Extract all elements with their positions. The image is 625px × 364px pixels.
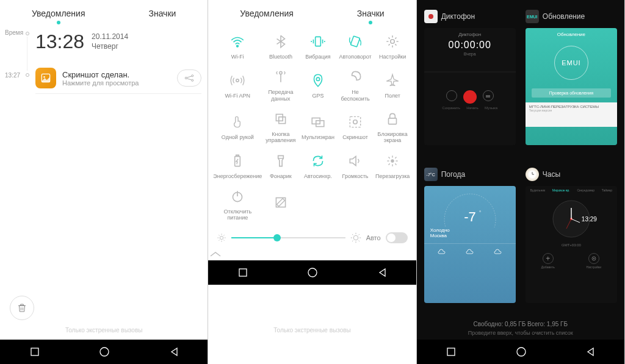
toggle-settings[interactable]: Настройки xyxy=(374,28,411,62)
toggle-flashlight[interactable]: Фонарик xyxy=(262,148,299,182)
nav-back[interactable] xyxy=(586,347,594,357)
recorder-thumbnail: Диктофон 00:00:00 Вчера СохранитьНачатьМ… xyxy=(424,28,516,145)
brightness-high-icon xyxy=(350,232,361,243)
toggle-label: Скриншот xyxy=(342,134,368,140)
brightness-low-icon xyxy=(217,233,226,243)
toggle-label: Мультиэкран xyxy=(302,134,334,140)
svg-point-62 xyxy=(308,268,317,277)
nav-recents[interactable] xyxy=(446,347,456,357)
toggle-screenshot[interactable]: Скриншот xyxy=(337,105,374,146)
toggle-lock[interactable]: Блокировкаэкрана xyxy=(374,105,411,146)
auto-brightness-label: Авто xyxy=(366,234,381,241)
app-name: Диктофон xyxy=(441,12,475,21)
tab-notifications[interactable]: Уведомления xyxy=(235,6,298,21)
toggle-airplane[interactable]: Полет xyxy=(374,63,411,104)
update-thumbnail: Обновление EMUI Проверка обновления МГТС… xyxy=(526,28,617,145)
svg-point-8 xyxy=(100,348,109,356)
nav-recents[interactable] xyxy=(238,268,248,277)
flashlight-icon xyxy=(270,150,292,172)
navbar xyxy=(0,340,208,364)
current-weekday: Четверг xyxy=(92,42,128,52)
svg-line-39 xyxy=(395,157,396,158)
toggle-wifi[interactable]: Wi-Fi xyxy=(213,28,262,62)
current-time: 13:28 xyxy=(35,30,84,53)
timeline-line xyxy=(27,37,27,71)
nav-recents[interactable] xyxy=(30,347,40,357)
svg-point-43 xyxy=(220,236,223,239)
toggle-powersave[interactable]: Энергосбережение xyxy=(213,148,262,182)
app-name: Часы xyxy=(543,170,560,179)
toggle-bluetooth[interactable]: Bluetooth xyxy=(262,28,299,62)
toggle-wifiapn[interactable]: Wi-Fi APN xyxy=(213,63,262,104)
toggle-volume[interactable]: Громкость xyxy=(337,148,374,182)
date-block: 20.11.2014 Четверг xyxy=(92,32,128,51)
svg-point-18 xyxy=(280,72,282,74)
bluetooth-icon xyxy=(270,30,292,52)
svg-line-50 xyxy=(219,240,220,240)
svg-line-60 xyxy=(358,234,359,235)
nav-back[interactable] xyxy=(170,347,178,357)
svg-rect-77 xyxy=(447,348,455,355)
tab-notifications[interactable]: Уведомления xyxy=(27,6,90,21)
edit-icon xyxy=(270,191,292,213)
recent-app-update[interactable]: EMUI Обновление Обновление EMUI Проверка… xyxy=(526,10,617,158)
svg-line-37 xyxy=(395,163,396,165)
toggle-control[interactable]: Кнопкауправления xyxy=(262,105,299,146)
toggle-data[interactable]: Передачаданных xyxy=(262,63,299,104)
notification-card[interactable]: Скриншот сделан. Нажмите для просмотра xyxy=(35,63,201,94)
toggle-autorotate[interactable]: Автоповорот xyxy=(337,28,374,62)
toggle-edit[interactable] xyxy=(262,183,299,224)
auto-brightness-toggle[interactable] xyxy=(386,232,408,243)
emergency-text: Только экстренные вызовы xyxy=(0,327,208,334)
svg-point-52 xyxy=(353,235,358,240)
recent-app-weather[interactable]: -7°C Погода -7° Холодно Москва xyxy=(424,168,516,316)
svg-point-20 xyxy=(316,77,319,80)
toggle-reboot[interactable]: Перезагрузка xyxy=(374,148,411,182)
control-icon xyxy=(270,108,292,130)
timeline-dot xyxy=(26,32,29,35)
nav-home[interactable] xyxy=(99,346,110,357)
toggle-label: Энергосбережение xyxy=(213,173,262,179)
toggle-onehand[interactable]: Одной рукой xyxy=(213,105,262,146)
svg-line-49 xyxy=(224,240,225,240)
svg-text:-7: -7 xyxy=(464,209,476,224)
tab-toggles[interactable]: Значки xyxy=(143,6,181,21)
toggle-label: Не беспокоить xyxy=(337,89,374,102)
navbar xyxy=(208,260,416,285)
brightness-slider[interactable] xyxy=(231,237,345,238)
toggle-label: Громкость xyxy=(342,173,369,179)
powersave-icon xyxy=(226,150,248,172)
toggle-label: Фонарик xyxy=(270,173,292,179)
toggle-label: Блокировкаэкрана xyxy=(378,131,408,144)
toggle-dnd[interactable]: Не беспокоить xyxy=(337,63,374,104)
svg-rect-29 xyxy=(236,155,239,156)
clear-all-button[interactable] xyxy=(10,296,34,320)
swipe-hint: Проведите вверх, чтобы очистить список xyxy=(417,330,624,340)
svg-point-31 xyxy=(391,160,394,162)
toggle-autosync[interactable]: Автосинхр. xyxy=(299,148,336,182)
svg-rect-22 xyxy=(279,117,286,124)
toggle-vibration[interactable]: Вибрация xyxy=(299,28,336,62)
svg-point-1 xyxy=(43,76,45,78)
recent-app-clock[interactable]: Часы БудильникМировое вр.СекундомерТайме… xyxy=(526,168,617,316)
toggle-poweroff[interactable]: Отключитьпитание xyxy=(213,183,262,224)
share-button[interactable] xyxy=(177,70,201,87)
svg-point-76 xyxy=(593,258,594,259)
collapse-panel[interactable] xyxy=(208,248,416,260)
clock-app-icon xyxy=(526,168,539,181)
navbar xyxy=(417,340,624,364)
notif-title: Скриншот сделан. xyxy=(62,70,177,79)
toggle-gps[interactable]: GPS xyxy=(299,63,336,104)
weather-app-icon: -7°C xyxy=(424,168,438,181)
nav-back[interactable] xyxy=(378,268,386,277)
tab-toggles[interactable]: Значки xyxy=(352,6,389,21)
svg-line-6 xyxy=(187,79,192,80)
brightness-control: Авто xyxy=(208,227,416,248)
nav-home[interactable] xyxy=(307,267,318,278)
recent-app-recorder[interactable]: Диктофон Диктофон 00:00:00 Вчера Сохрани… xyxy=(424,10,516,158)
toggle-multiscreen[interactable]: Мультиэкран xyxy=(299,105,336,146)
toggle-label: Bluetooth xyxy=(269,54,292,60)
nav-home[interactable] xyxy=(516,346,527,357)
svg-line-51 xyxy=(224,235,225,235)
toggle-grid: Wi-FiBluetoothВибрацияАвтоповоротНастрой… xyxy=(208,24,416,227)
